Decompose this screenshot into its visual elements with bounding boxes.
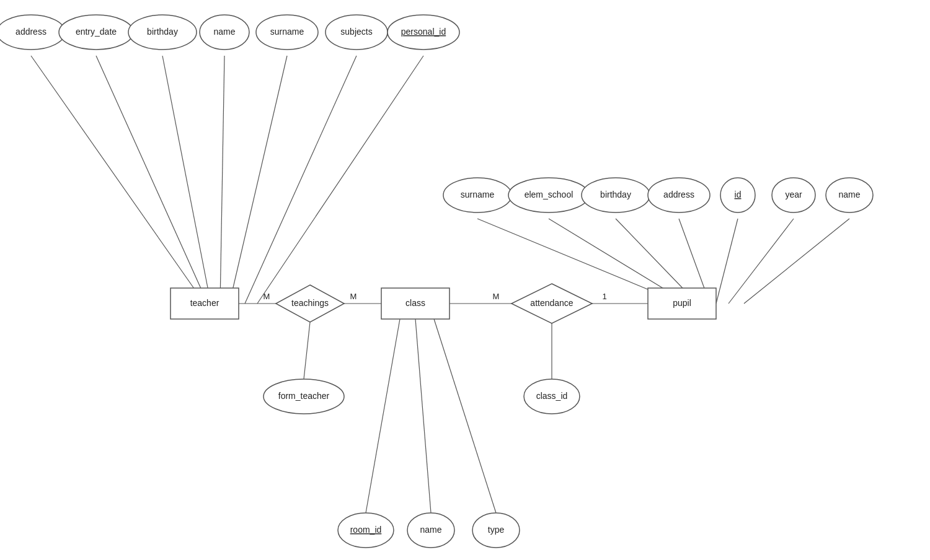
relation-teachings-label: teachings: [291, 298, 329, 308]
card-teacher-teachings: M: [264, 292, 270, 301]
line-id-pupil: [716, 219, 738, 304]
entity-pupil-label: pupil: [673, 298, 691, 308]
line-class-roomid: [366, 319, 400, 513]
entity-teacher-label: teacher: [190, 298, 219, 308]
attr-id-pupil-label: id: [735, 190, 742, 199]
line-teachings-formteacher: [304, 322, 310, 379]
entity-class-label: class: [405, 298, 425, 308]
attr-type-class-label: type: [488, 525, 505, 535]
attr-name-class-label: name: [420, 525, 441, 535]
attr-name-teacher-label: name: [213, 27, 235, 37]
line-birthday-teacher: [162, 56, 211, 304]
line-class-name: [415, 319, 431, 513]
attr-surname-teacher-label: surname: [270, 27, 304, 37]
attr-birthday-label: birthday: [147, 27, 178, 37]
line-surname-teacher: [229, 56, 287, 304]
line-year-pupil: [728, 219, 794, 304]
attr-entry-date-label: entry_date: [76, 27, 117, 37]
attr-form-teacher-label: form_teacher: [278, 391, 330, 401]
line-name-teacher: [220, 56, 224, 304]
line-name-pupil: [744, 219, 849, 304]
line-personalid-teacher: [257, 56, 423, 304]
attr-address-pupil-label: address: [663, 190, 694, 199]
card-class-attendance: M: [493, 292, 500, 301]
attr-subjects-label: subjects: [340, 27, 372, 37]
card-attendance-pupil: 1: [602, 292, 606, 301]
attr-surname-pupil-label: surname: [461, 190, 495, 199]
attr-elem-school-label: elem_school: [525, 190, 574, 199]
attr-class-id-label: class_id: [536, 391, 568, 401]
relation-attendance-label: attendance: [530, 298, 573, 308]
attr-personal-id-label: personal_id: [401, 27, 446, 37]
line-class-type: [434, 319, 496, 513]
line-subjects-teacher: [245, 56, 356, 304]
attr-address-label: address: [16, 27, 46, 37]
line-entrydate-teacher: [96, 56, 208, 304]
card-teachings-class: M: [350, 292, 357, 301]
attr-room-id-label: room_id: [350, 525, 382, 535]
attr-name-pupil-label: name: [838, 190, 860, 199]
attr-birthday-pupil-label: birthday: [600, 190, 631, 199]
line-address-teacher: [31, 56, 205, 304]
attr-year-pupil-label: year: [785, 190, 802, 199]
er-diagram: address entry_date birthday name surname…: [0, 0, 930, 560]
